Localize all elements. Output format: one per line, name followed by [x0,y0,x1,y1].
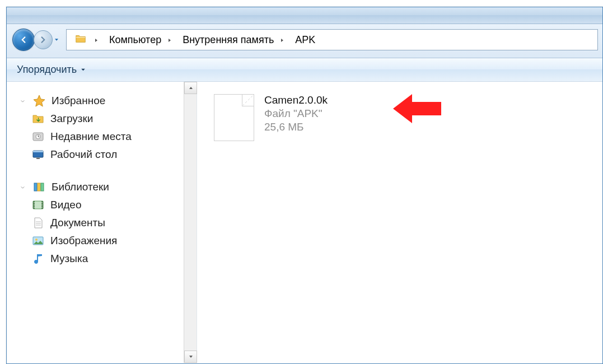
nav-downloads[interactable]: Загрузки [31,110,197,128]
nav-history-dropdown-icon[interactable] [52,31,62,48]
window-titlebar[interactable] [7,7,602,24]
breadcrumb-label: Компьютер [109,34,161,46]
svg-rect-6 [38,183,40,191]
svg-point-12 [34,204,35,206]
organize-button[interactable]: Упорядочить [15,63,88,77]
nav-label: Библиотеки [52,181,109,193]
expand-toggle-icon[interactable] [18,183,27,192]
nav-buttons [12,29,62,51]
libraries-icon [32,180,46,194]
breadcrumb-segment-0[interactable]: Компьютер [105,30,177,50]
breadcrumb-label: Внутренняя память [183,34,274,46]
nav-label: Рабочий стол [50,148,117,161]
folder-download-icon [31,112,45,125]
file-name: Camen2.0.0k [264,94,328,106]
folder-icon [73,32,88,48]
nav-label: Недавние места [50,130,132,143]
nav-documents[interactable]: Документы [31,214,197,232]
chevron-right-icon [279,34,285,46]
file-icon [214,94,254,141]
nav-label: Загрузки [50,113,93,125]
breadcrumb-bar[interactable]: Компьютер Внутренняя память APK [66,29,598,50]
scroll-up-button[interactable] [184,82,197,94]
svg-point-16 [41,207,43,208]
pictures-icon [31,234,45,248]
breadcrumb-root[interactable] [69,30,104,50]
svg-point-11 [34,202,35,203]
file-type: Файл "APK" [264,108,328,120]
nav-label: Документы [50,217,105,229]
recent-places-icon [31,130,45,143]
nav-music[interactable]: Музыка [31,250,197,268]
organize-label: Упорядочить [17,64,77,76]
nav-label: Видео [50,199,82,211]
file-meta: Camen2.0.0k Файл "APK" 25,6 МБ [264,94,328,133]
desktop-icon [31,148,45,161]
nav-favorites[interactable]: Избранное [18,92,197,110]
svg-point-15 [41,204,43,206]
document-icon [31,216,45,230]
file-size: 25,6 МБ [264,121,328,133]
nav-label: Избранное [52,95,105,107]
explorer-body: Избранное Загрузки Недавние места Рабочи… [7,82,602,363]
svg-rect-3 [33,151,43,152]
navigation-pane: Избранное Загрузки Недавние места Рабочи… [7,82,197,363]
file-list-area[interactable]: Camen2.0.0k Файл "APK" 25,6 МБ [197,82,602,363]
svg-rect-7 [41,183,44,191]
nav-desktop[interactable]: Рабочий стол [31,146,197,164]
breadcrumb-segment-2[interactable]: APK [291,30,320,50]
expand-toggle-icon[interactable] [18,96,27,105]
svg-rect-4 [36,158,40,159]
nav-recent[interactable]: Недавние места [31,128,197,146]
explorer-window: Компьютер Внутренняя память APK Упорядоч… [6,7,603,364]
nav-scrollbar[interactable] [184,82,197,363]
svg-rect-5 [34,183,37,191]
scroll-down-button[interactable] [184,351,197,363]
annotation-arrow-icon [393,92,441,128]
video-icon [31,198,45,212]
toolbar: Упорядочить [7,58,602,82]
nav-libraries[interactable]: Библиотеки [18,178,197,196]
chevron-right-icon [167,34,172,46]
nav-label: Музыка [50,253,88,265]
nav-pictures[interactable]: Изображения [31,232,197,250]
music-icon [31,252,45,265]
chevron-down-icon [80,67,86,73]
svg-point-14 [41,202,43,203]
nav-label: Изображения [50,235,117,247]
chevron-right-icon [94,34,99,46]
forward-button[interactable] [34,30,53,49]
back-button[interactable] [12,29,35,51]
address-bar-row: Компьютер Внутренняя память APK [7,24,602,58]
breadcrumb-label: APK [295,34,315,46]
svg-point-13 [34,207,35,208]
breadcrumb-segment-1[interactable]: Внутренняя память [178,30,289,50]
nav-video[interactable]: Видео [31,196,197,214]
svg-point-18 [35,239,38,241]
star-icon [32,94,46,108]
